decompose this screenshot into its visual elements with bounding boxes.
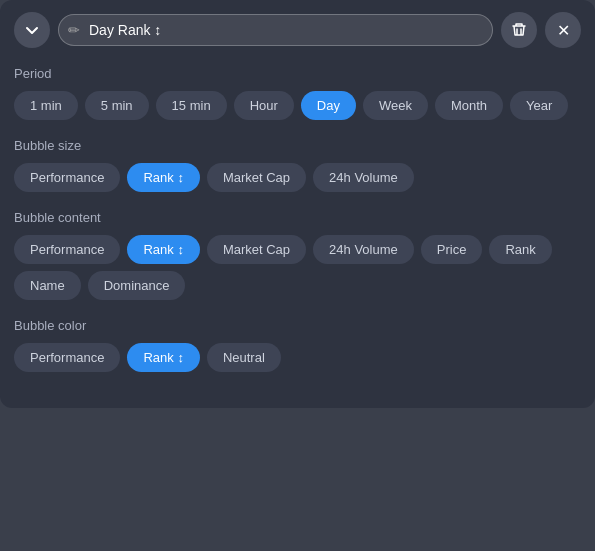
option-price[interactable]: Price: [421, 235, 483, 264]
search-input-wrapper: ✏: [58, 14, 493, 46]
edit-icon: ✏: [68, 22, 80, 38]
option-15min[interactable]: 15 min: [156, 91, 227, 120]
option-5min[interactable]: 5 min: [85, 91, 149, 120]
option-hour[interactable]: Hour: [234, 91, 294, 120]
option-24hvol[interactable]: 24h Volume: [313, 163, 414, 192]
period-label: Period: [14, 66, 581, 81]
bubble-content-options: PerformanceRank ↕Market Cap24h VolumePri…: [14, 235, 581, 300]
chevron-down-button[interactable]: [14, 12, 50, 48]
option-24hvol[interactable]: 24h Volume: [313, 235, 414, 264]
delete-button[interactable]: [501, 12, 537, 48]
option-rank[interactable]: Rank ↕: [127, 343, 199, 372]
option-month[interactable]: Month: [435, 91, 503, 120]
option-dominance[interactable]: Dominance: [88, 271, 186, 300]
option-year[interactable]: Year: [510, 91, 568, 120]
settings-panel: ✏ ✕ Period 1 min5 min15 minHourDayWeekMo…: [0, 0, 595, 408]
option-week[interactable]: Week: [363, 91, 428, 120]
bubble-color-options: PerformanceRank ↕Neutral: [14, 343, 581, 372]
option-performance[interactable]: Performance: [14, 163, 120, 192]
option-performance[interactable]: Performance: [14, 235, 120, 264]
bubble-size-section: Bubble size PerformanceRank ↕Market Cap2…: [14, 138, 581, 192]
period-options: 1 min5 min15 minHourDayWeekMonthYear: [14, 91, 581, 120]
period-section: Period 1 min5 min15 minHourDayWeekMonthY…: [14, 66, 581, 120]
bubble-color-label: Bubble color: [14, 318, 581, 333]
option-rank[interactable]: Rank ↕: [127, 235, 199, 264]
option-marketcap[interactable]: Market Cap: [207, 163, 306, 192]
bubble-content-label: Bubble content: [14, 210, 581, 225]
search-input[interactable]: [58, 14, 493, 46]
option-neutral[interactable]: Neutral: [207, 343, 281, 372]
option-rank[interactable]: Rank ↕: [127, 163, 199, 192]
option-1min[interactable]: 1 min: [14, 91, 78, 120]
close-button[interactable]: ✕: [545, 12, 581, 48]
option-rank2[interactable]: Rank: [489, 235, 551, 264]
option-day[interactable]: Day: [301, 91, 356, 120]
bubble-size-options: PerformanceRank ↕Market Cap24h Volume: [14, 163, 581, 192]
option-name[interactable]: Name: [14, 271, 81, 300]
option-performance[interactable]: Performance: [14, 343, 120, 372]
top-bar: ✏ ✕: [14, 12, 581, 48]
bubble-color-section: Bubble color PerformanceRank ↕Neutral: [14, 318, 581, 372]
bubble-content-section: Bubble content PerformanceRank ↕Market C…: [14, 210, 581, 300]
option-marketcap[interactable]: Market Cap: [207, 235, 306, 264]
bubble-size-label: Bubble size: [14, 138, 581, 153]
